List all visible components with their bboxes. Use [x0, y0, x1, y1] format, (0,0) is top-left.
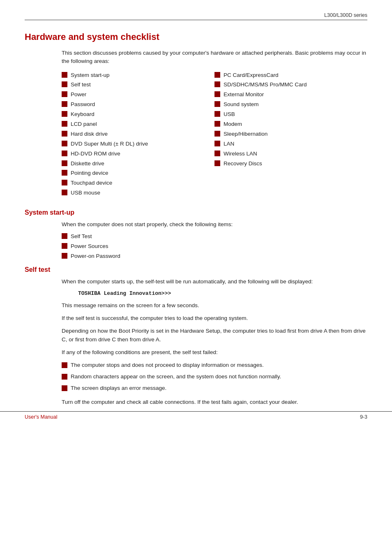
- list-item: Power Sources: [62, 243, 367, 250]
- list-item: System start-up: [62, 72, 214, 79]
- bullet-icon: [62, 253, 67, 259]
- bullet-icon: [62, 101, 67, 107]
- list-item: HD-DVD ROM drive: [62, 150, 214, 158]
- bullet-icon: [62, 72, 67, 78]
- list-item: LAN: [214, 140, 367, 148]
- checklist-columns: System start-upSelf testPowerPasswordKey…: [62, 72, 367, 199]
- list-item: PC Card/ExpressCard: [214, 72, 367, 79]
- list-item: The computer stops and does not proceed …: [62, 361, 367, 369]
- bullet-icon: [62, 151, 67, 156]
- bullet-icon: [62, 190, 67, 195]
- checklist-right-col: PC Card/ExpressCardSD/SDHC/MS/MS Pro/MMC…: [214, 72, 367, 199]
- list-item: Recovery Discs: [214, 160, 367, 168]
- list-item: Power: [62, 91, 214, 99]
- list-item: USB: [214, 111, 367, 118]
- list-item: LCD panel: [62, 120, 214, 128]
- self-test-section: Self test When the computer starts up, t…: [25, 266, 367, 407]
- series-label: L300/L300D series: [324, 12, 367, 18]
- system-startup-section: System start-up When the computer does n…: [25, 209, 367, 260]
- list-item: The screen displays an error message.: [62, 384, 367, 392]
- list-item: Self test: [62, 81, 214, 89]
- list-item: Pointing device: [62, 169, 214, 177]
- self-test-para1: When the computer starts up, the self-te…: [62, 278, 367, 286]
- checklist-left-col: System start-upSelf testPowerPasswordKey…: [62, 72, 214, 199]
- self-test-para5: If any of the following conditions are p…: [62, 348, 367, 357]
- bullet-icon: [214, 91, 220, 97]
- bullet-icon: [214, 160, 220, 166]
- list-item: USB mouse: [62, 189, 214, 197]
- bullet-icon: [214, 151, 220, 156]
- bullet-icon: [62, 91, 67, 97]
- self-test-para3: If the self test is successful, the comp…: [62, 314, 367, 323]
- bullet-icon: [62, 385, 67, 391]
- self-test-fail-list: The computer stops and does not proceed …: [62, 361, 367, 393]
- bullet-icon: [214, 111, 220, 117]
- list-item: Sleep/Hibernation: [214, 130, 367, 138]
- bullet-icon: [62, 111, 67, 117]
- bullet-icon: [62, 374, 67, 380]
- bullet-icon: [214, 131, 220, 137]
- page-title: Hardware and system checklist: [25, 32, 367, 42]
- list-item: Touchpad device: [62, 179, 214, 187]
- bullet-icon: [62, 233, 67, 239]
- list-item: Hard disk drive: [62, 130, 214, 138]
- self-test-para4: Depending on how the Boot Priority is se…: [62, 327, 367, 344]
- self-test-code: TOSHIBA Leading Innovation>>>: [78, 290, 367, 297]
- bullet-icon: [62, 141, 67, 146]
- bullet-icon: [62, 180, 67, 185]
- bullet-icon: [214, 72, 220, 78]
- footer-right: 9-3: [360, 414, 367, 420]
- list-item: Password: [62, 101, 214, 109]
- self-test-title: Self test: [25, 266, 367, 273]
- list-item: Diskette drive: [62, 160, 214, 168]
- list-item: Sound system: [214, 101, 367, 109]
- self-test-para2: This message remains on the screen for a…: [62, 301, 367, 310]
- bullet-icon: [62, 131, 67, 137]
- bullet-icon: [214, 121, 220, 127]
- bullet-icon: [214, 81, 220, 87]
- list-item: Power-on Password: [62, 253, 367, 260]
- system-startup-list: Self TestPower SourcesPower-on Password: [62, 233, 367, 260]
- system-startup-intro: When the computer does not start properl…: [62, 220, 367, 229]
- intro-text: This section discusses problems caused b…: [62, 49, 367, 66]
- bullet-icon: [214, 141, 220, 146]
- list-item: Modem: [214, 120, 367, 128]
- list-item: Wireless LAN: [214, 150, 367, 158]
- list-item: Self Test: [62, 233, 367, 241]
- self-test-para6: Turn off the computer and check all cabl…: [62, 398, 367, 407]
- list-item: Keyboard: [62, 111, 214, 118]
- bullet-icon: [62, 121, 67, 127]
- bullet-icon: [62, 243, 67, 249]
- bullet-icon: [214, 101, 220, 107]
- list-item: External Monitor: [214, 91, 367, 99]
- bullet-icon: [62, 160, 67, 166]
- bullet-icon: [62, 81, 67, 87]
- footer: User's Manual 9-3: [0, 411, 392, 420]
- list-item: Random characters appear on the screen, …: [62, 373, 367, 381]
- footer-left: User's Manual: [25, 414, 58, 420]
- system-startup-title: System start-up: [25, 209, 367, 216]
- list-item: SD/SDHC/MS/MS Pro/MMC Card: [214, 81, 367, 89]
- list-item: DVD Super Multi (± R DL) drive: [62, 140, 214, 148]
- bullet-icon: [62, 170, 67, 176]
- bullet-icon: [62, 362, 67, 368]
